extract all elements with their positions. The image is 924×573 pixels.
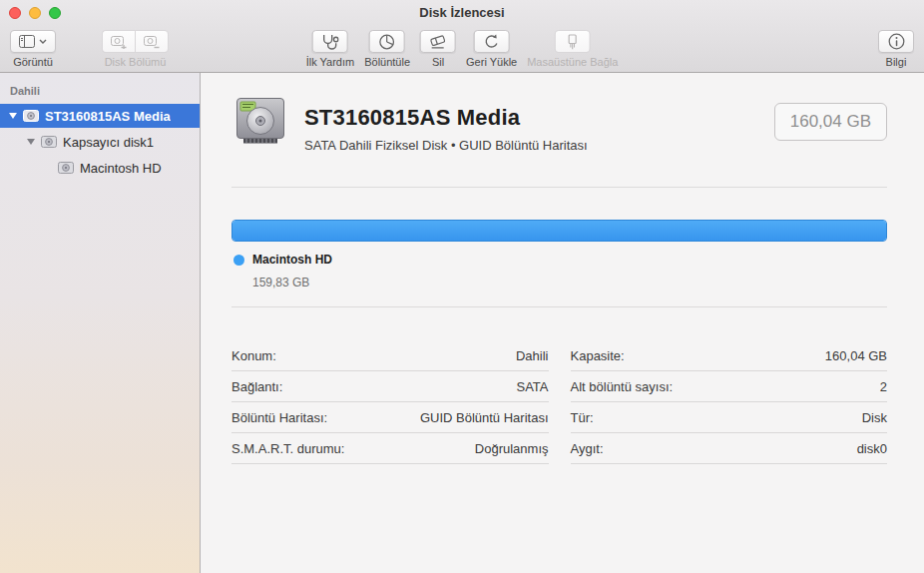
remove-volume-icon bbox=[144, 35, 160, 49]
titlebar: Disk İzlencesi bbox=[0, 0, 924, 24]
detail-value: Dahili bbox=[516, 348, 549, 363]
restore-arrow-icon bbox=[484, 34, 500, 50]
mount-connector-icon bbox=[567, 34, 579, 50]
capacity-badge: 160,04 GB bbox=[774, 103, 887, 141]
detail-value: GUID Bölüntü Haritası bbox=[420, 410, 549, 425]
hard-disk-image bbox=[231, 97, 289, 145]
view-label: Görüntü bbox=[13, 56, 53, 68]
volume-group-label: Disk Bölümü bbox=[105, 56, 167, 68]
remove-volume-button bbox=[135, 30, 169, 53]
detail-value: SATA bbox=[516, 379, 548, 394]
divider bbox=[231, 187, 887, 188]
add-volume-button bbox=[102, 30, 135, 53]
window-header: Disk İzlencesi bbox=[0, 0, 924, 73]
close-button[interactable] bbox=[9, 7, 21, 19]
details-left-column: Konum: Dahili Bağlantı: SATA Bölüntü Har… bbox=[231, 340, 549, 464]
first-aid-label: İlk Yardım bbox=[306, 56, 355, 68]
detail-value: 160,04 GB bbox=[825, 348, 887, 363]
legend-dot-icon bbox=[233, 255, 244, 266]
info-label: Bilgi bbox=[886, 56, 907, 68]
disk-header: ST3160815AS Media SATA Dahili Fiziksel D… bbox=[231, 97, 887, 153]
detail-key: Aygıt: bbox=[571, 441, 604, 456]
sidebar-item-volume[interactable]: Macintosh HD bbox=[0, 156, 200, 180]
detail-key: Bölüntü Haritası: bbox=[231, 410, 327, 425]
detail-key: S.M.A.R.T. durumu: bbox=[231, 441, 344, 456]
detail-value: Doğrulanmış bbox=[475, 441, 549, 456]
sidebar-item-label: Kapsayıcı disk1 bbox=[63, 135, 154, 150]
erase-label: Sil bbox=[432, 56, 444, 68]
mount-label: Masaüstüne Bağla bbox=[527, 56, 618, 68]
zoom-button[interactable] bbox=[49, 7, 61, 19]
sidebar-item-label: ST3160815AS Media bbox=[45, 109, 171, 124]
restore-toolbar-item: Geri Yükle bbox=[466, 30, 517, 68]
details-right-column: Kapasite: 160,04 GB Alt bölüntü sayısı: … bbox=[571, 340, 888, 464]
mount-toolbar-item: Masaüstüne Bağla bbox=[527, 30, 618, 68]
partition-label: Bölüntüle bbox=[364, 56, 410, 68]
stethoscope-icon bbox=[321, 34, 339, 50]
detail-key: Tür: bbox=[571, 410, 594, 425]
detail-row: Bağlantı: SATA bbox=[231, 371, 549, 402]
info-circle-icon bbox=[888, 33, 905, 50]
detail-key: Konum: bbox=[231, 348, 276, 363]
detail-key: Kapasite: bbox=[571, 348, 625, 363]
info-button[interactable] bbox=[878, 30, 914, 53]
info-toolbar-item: Bilgi bbox=[878, 30, 914, 68]
add-volume-icon bbox=[111, 35, 127, 49]
internal-disk-icon bbox=[23, 110, 39, 122]
detail-value: disk0 bbox=[857, 441, 887, 456]
detail-key: Bağlantı: bbox=[231, 379, 282, 394]
chevron-down-icon bbox=[39, 39, 47, 44]
first-aid-toolbar-item: İlk Yardım bbox=[306, 30, 355, 68]
mount-button bbox=[555, 30, 591, 53]
usage-bar bbox=[231, 220, 887, 242]
usage-bar-fill bbox=[232, 221, 886, 241]
first-aid-button[interactable] bbox=[312, 30, 348, 53]
sidebar-item-disk[interactable]: ST3160815AS Media bbox=[0, 104, 200, 128]
detail-row: Konum: Dahili bbox=[231, 340, 549, 371]
erase-toolbar-item: Sil bbox=[420, 30, 456, 68]
divider bbox=[231, 306, 887, 307]
sidebar: Dahili ST3160815AS Media bbox=[0, 73, 201, 573]
window-title: Disk İzlencesi bbox=[419, 5, 504, 20]
details-table: Konum: Dahili Bağlantı: SATA Bölüntü Har… bbox=[231, 340, 887, 464]
sidebar-section-internal: Dahili bbox=[0, 83, 200, 104]
minimize-button[interactable] bbox=[29, 7, 41, 19]
sidebar-view-icon bbox=[19, 35, 35, 48]
restore-label: Geri Yükle bbox=[466, 56, 517, 68]
disk-utility-window: Disk İzlencesi bbox=[0, 0, 924, 573]
detail-row: Kapasite: 160,04 GB bbox=[571, 340, 888, 371]
volume-segmented-control bbox=[102, 30, 169, 53]
disk-subtitle: SATA Dahili Fiziksel Disk • GUID Bölüntü… bbox=[304, 138, 774, 153]
disclosure-triangle-icon[interactable] bbox=[27, 139, 35, 145]
partition-button[interactable] bbox=[369, 30, 405, 53]
traffic-lights bbox=[9, 7, 61, 19]
detail-row: S.M.A.R.T. durumu: Doğrulanmış bbox=[231, 433, 549, 464]
legend-volume-name: Macintosh HD bbox=[252, 253, 332, 267]
sidebar-item-container[interactable]: Kapsayıcı disk1 bbox=[0, 130, 200, 154]
container-disk-icon bbox=[41, 136, 57, 148]
pie-partition-icon bbox=[379, 34, 395, 50]
usage-legend: Macintosh HD 159,83 GB bbox=[231, 253, 887, 289]
legend-volume-size: 159,83 GB bbox=[252, 276, 332, 289]
volume-toolbar-item: Disk Bölümü bbox=[102, 30, 169, 68]
detail-row: Aygıt: disk0 bbox=[571, 433, 888, 464]
eraser-icon bbox=[429, 34, 447, 49]
detail-row: Bölüntü Haritası: GUID Bölüntü Haritası bbox=[231, 402, 549, 433]
disk-title: ST3160815AS Media bbox=[304, 105, 774, 131]
disclosure-triangle-icon[interactable] bbox=[9, 113, 17, 119]
volume-disk-icon bbox=[58, 162, 74, 174]
toolbar: Görüntü bbox=[0, 24, 924, 72]
detail-value: 2 bbox=[880, 379, 887, 394]
detail-value: Disk bbox=[862, 410, 887, 425]
partition-toolbar-item: Bölüntüle bbox=[364, 30, 410, 68]
erase-button[interactable] bbox=[420, 30, 456, 53]
main-content: ST3160815AS Media SATA Dahili Fiziksel D… bbox=[201, 73, 924, 573]
detail-row: Alt bölüntü sayısı: 2 bbox=[571, 371, 888, 402]
view-toolbar-item: Görüntü bbox=[10, 30, 56, 68]
detail-row: Tür: Disk bbox=[571, 402, 888, 433]
sidebar-item-label: Macintosh HD bbox=[80, 161, 162, 176]
detail-key: Alt bölüntü sayısı: bbox=[571, 379, 674, 394]
view-button[interactable] bbox=[10, 30, 56, 53]
restore-button[interactable] bbox=[474, 30, 510, 53]
